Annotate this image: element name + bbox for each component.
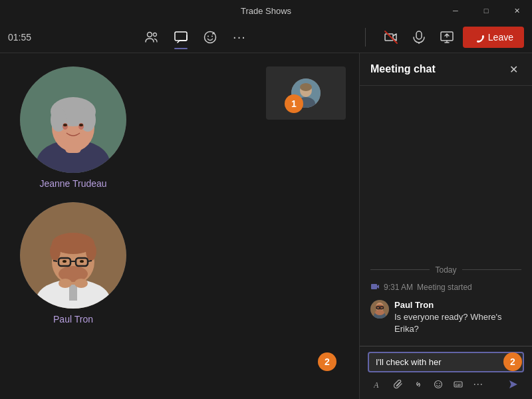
participant-jeanne: Jeanne Trudeau — [20, 66, 126, 189]
svg-point-55 — [435, 381, 442, 388]
gif-icon: GIF — [454, 380, 463, 389]
toolbar-divider — [365, 28, 366, 47]
toolbar-center-tools: ··· — [138, 24, 253, 51]
reactions-button[interactable] — [197, 24, 223, 51]
chat-input-wrapper — [368, 352, 524, 372]
format-icon: A — [374, 380, 383, 389]
svg-point-57 — [439, 383, 440, 384]
svg-point-50 — [375, 310, 384, 315]
chat-title: Meeting chat — [370, 63, 436, 75]
main-content: Jeanne Trudeau — [0, 53, 532, 399]
svg-point-44 — [300, 83, 312, 91]
small-video-tile — [266, 66, 346, 120]
link-icon — [414, 380, 423, 389]
chat-message-paul: Paul Tron Is everyone ready? Where's Eri… — [360, 295, 532, 340]
participants-button[interactable] — [138, 24, 165, 51]
more-icon: ··· — [233, 29, 246, 45]
chat-toolbar: A — [368, 372, 524, 396]
participant-jeanne-name: Jeanne Trudeau — [39, 178, 106, 189]
more-button[interactable]: ··· — [226, 24, 253, 51]
microphone-button[interactable] — [407, 25, 431, 49]
minimize-button[interactable]: ─ — [440, 0, 471, 21]
send-icon — [508, 379, 519, 390]
window-controls: ─ □ ✕ — [440, 0, 532, 21]
date-divider: Today — [360, 260, 532, 280]
svg-point-39 — [59, 279, 72, 288]
chat-button[interactable] — [168, 24, 194, 51]
svg-point-5 — [211, 35, 213, 37]
step-bubble-2-right: 2 — [503, 352, 522, 371]
date-label: Today — [435, 265, 456, 275]
chat-icon — [174, 30, 188, 45]
chat-messages: Today 9:31 AM Meeting started — [360, 86, 532, 346]
participant-paul: Paul Tron — [20, 202, 126, 325]
step-bubble-1: 1 — [285, 94, 303, 113]
camera-off-icon — [384, 31, 398, 44]
emoji-icon — [434, 380, 443, 389]
chat-panel: Meeting chat ✕ Today 9:31 AM Meeting sta… — [359, 53, 532, 399]
svg-point-1 — [153, 33, 156, 36]
more-chat-button[interactable]: ··· — [469, 375, 487, 394]
link-button[interactable] — [409, 375, 428, 394]
meeting-timer: 01:55 — [8, 32, 31, 43]
chat-input[interactable] — [376, 357, 516, 367]
svg-line-36 — [88, 261, 92, 261]
message-content: Paul Tron Is everyone ready? Where's Eri… — [394, 300, 521, 335]
avatar-paul — [20, 202, 126, 309]
svg-point-30 — [86, 242, 96, 261]
microphone-icon — [413, 31, 425, 44]
svg-point-38 — [80, 260, 84, 263]
step-bubble-2-left: 2 — [318, 352, 336, 371]
message-avatar — [370, 300, 389, 319]
svg-line-35 — [53, 261, 57, 261]
svg-point-0 — [147, 32, 152, 37]
camera-button[interactable] — [379, 25, 403, 49]
message-avatar-image — [370, 300, 389, 319]
more-chat-icon: ··· — [473, 378, 483, 390]
svg-point-20 — [79, 124, 83, 126]
close-button[interactable]: ✕ — [501, 0, 532, 21]
leave-button[interactable]: Leave — [463, 27, 524, 48]
svg-text:GIF: GIF — [456, 383, 462, 387]
svg-rect-2 — [175, 32, 187, 41]
svg-point-19 — [63, 124, 67, 126]
format-button[interactable]: A — [369, 375, 388, 394]
avatar-jeanne — [20, 66, 126, 173]
chat-header: Meeting chat ✕ — [360, 53, 532, 86]
svg-text:A: A — [374, 380, 379, 389]
message-text: Is everyone ready? Where's Erika? — [394, 311, 521, 335]
gif-button[interactable]: GIF — [449, 375, 467, 394]
close-chat-button[interactable]: ✕ — [505, 61, 521, 77]
system-message: 9:31 AM Meeting started — [360, 280, 532, 295]
chat-input-area: A — [360, 346, 532, 399]
window-title: Trade Shows — [241, 6, 291, 16]
svg-point-40 — [74, 279, 88, 288]
svg-point-37 — [63, 260, 66, 263]
title-bar: Trade Shows ─ □ ✕ — [0, 0, 532, 21]
leave-label: Leave — [488, 32, 513, 43]
svg-point-4 — [207, 35, 209, 37]
attach-icon — [394, 380, 403, 389]
attach-button[interactable] — [389, 375, 408, 394]
participants-icon — [144, 30, 159, 45]
svg-rect-7 — [416, 31, 422, 39]
meeting-started-label: Meeting started — [417, 283, 472, 292]
emoji-button[interactable] — [429, 375, 448, 394]
send-button[interactable] — [504, 375, 523, 394]
avatar-paul-image — [20, 202, 126, 309]
video-icon — [370, 283, 380, 292]
svg-point-29 — [50, 242, 61, 261]
share-screen-button[interactable] — [435, 25, 459, 49]
svg-rect-45 — [371, 284, 377, 289]
meeting-toolbar: 01:55 — [0, 21, 532, 53]
svg-line-6 — [385, 31, 397, 43]
video-area: Jeanne Trudeau — [0, 53, 359, 399]
phone-icon — [471, 29, 487, 45]
message-sender: Paul Tron — [394, 300, 521, 310]
share-screen-icon — [440, 31, 454, 43]
avatar-jeanne-image — [20, 66, 126, 173]
meeting-started-time: 9:31 AM — [384, 283, 413, 292]
reactions-icon — [203, 30, 217, 45]
participant-paul-name: Paul Tron — [53, 314, 93, 325]
maximize-button[interactable]: □ — [471, 0, 501, 21]
